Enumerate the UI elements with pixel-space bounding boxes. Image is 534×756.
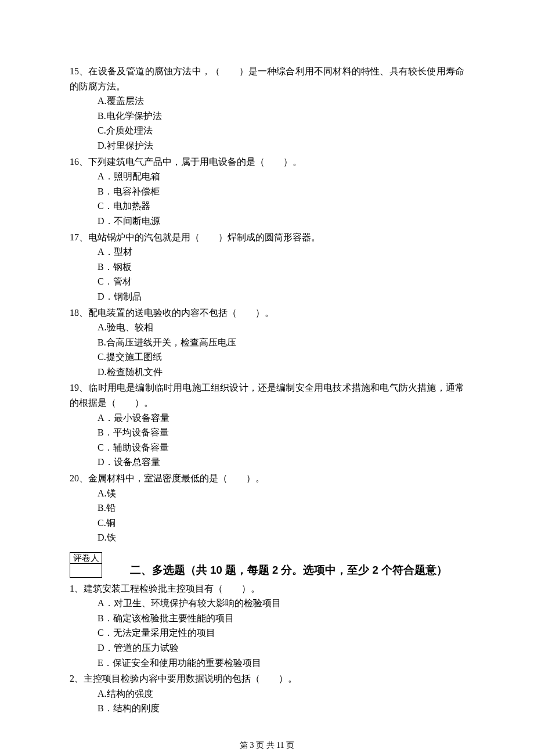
page-footer: 第 3 页 共 11 页 xyxy=(70,739,464,752)
question-16: 16、下列建筑电气产品中，属于用电设备的是（ ）。 A．照明配电箱 B．电容补偿… xyxy=(70,154,464,229)
question-17: 17、电站锅炉中的汽包就是用（ ）焊制成的圆筒形容器。 A．型材 B．钢板 C．… xyxy=(70,230,464,304)
multi-choice-section: 1、建筑安装工程检验批主控项目有（ ）。 A．对卫生、环境保护有较大影响的检验项… xyxy=(70,581,464,716)
single-choice-section: 15、在设备及管道的腐蚀方法中，（ ）是一种综合利用不同材料的特性、具有较长使用… xyxy=(70,64,464,545)
question-number: 18、 xyxy=(70,308,88,318)
question-stem: 在设备及管道的腐蚀方法中，（ ）是一种综合利用不同材料的特性、具有较长使用寿命的… xyxy=(70,66,464,91)
options-list: A.镁 B.铅 C.铜 D.铁 xyxy=(70,486,464,545)
question-text: 20、金属材料中，室温密度最低的是（ ）。 xyxy=(70,471,464,486)
option-d: D.铁 xyxy=(98,530,464,545)
question-15: 15、在设备及管道的腐蚀方法中，（ ）是一种综合利用不同材料的特性、具有较长使用… xyxy=(70,64,464,153)
option-b: B.电化学保护法 xyxy=(98,109,464,124)
options-list: A．对卫生、环境保护有较大影响的检验项目 B．确定该检验批主要性能的项目 C．无… xyxy=(70,596,464,670)
options-list: A．最小设备容量 B．平均设备容量 C．辅助设备容量 D．设备总容量 xyxy=(70,411,464,470)
option-c: C.介质处理法 xyxy=(98,123,464,138)
option-e: E．保证安全和使用功能的重要检验项目 xyxy=(98,656,464,671)
question-number: 15、 xyxy=(70,66,88,76)
question-stem: 电站锅炉中的汽包就是用（ ）焊制成的圆筒形容器。 xyxy=(88,232,320,242)
option-b: B．钢板 xyxy=(98,260,464,275)
option-b: B．结构的刚度 xyxy=(98,701,464,716)
question-text: 1、建筑安装工程检验批主控项目有（ ）。 xyxy=(70,581,464,596)
question-18: 18、配电装置的送电验收的内容不包括（ ）。 A.验电、较相 B.合高压进线开关… xyxy=(70,305,464,380)
option-b: B.合高压进线开关，检查高压电压 xyxy=(98,335,464,350)
question-text: 15、在设备及管道的腐蚀方法中，（ ）是一种综合利用不同材料的特性、具有较长使用… xyxy=(70,64,464,93)
option-d: D．设备总容量 xyxy=(98,455,464,470)
question-19: 19、临时用电是编制临时用电施工组织设计，还是编制安全用电技术措施和电气防火措施… xyxy=(70,380,464,470)
question-number: 2、 xyxy=(70,674,84,683)
option-d: D．管道的压力试验 xyxy=(98,640,464,656)
option-c: C．辅助设备容量 xyxy=(98,440,464,455)
question-number: 1、 xyxy=(70,584,84,593)
option-d: D.检查随机文件 xyxy=(98,365,464,380)
option-a: A.结构的强度 xyxy=(98,686,464,701)
option-b: B．确定该检验批主要性能的项目 xyxy=(98,611,464,626)
option-d: D．不间断电源 xyxy=(98,214,464,229)
question-stem: 配电装置的送电验收的内容不包括（ ）。 xyxy=(88,308,274,318)
options-list: A.覆盖层法 B.电化学保护法 C.介质处理法 D.衬里保护法 xyxy=(70,93,464,153)
question-20: 20、金属材料中，室温密度最低的是（ ）。 A.镁 B.铅 C.铜 D.铁 xyxy=(70,471,464,545)
question-number: 19、 xyxy=(70,383,88,393)
question-stem: 下列建筑电气产品中，属于用电设备的是（ ）。 xyxy=(88,157,302,167)
option-d: D．钢制品 xyxy=(98,289,464,304)
option-a: A．照明配电箱 xyxy=(98,169,464,184)
question-number: 16、 xyxy=(70,157,88,167)
question-number: 20、 xyxy=(70,473,88,483)
options-list: A．照明配电箱 B．电容补偿柜 C．电加热器 D．不间断电源 xyxy=(70,169,464,228)
option-a: A．对卫生、环境保护有较大影响的检验项目 xyxy=(98,596,464,611)
option-b: B．电容补偿柜 xyxy=(98,184,464,199)
option-a: A.覆盖层法 xyxy=(98,93,464,109)
question-stem: 建筑安装工程检验批主控项目有（ ）。 xyxy=(84,584,260,593)
question-stem: 金属材料中，室温密度最低的是（ ）。 xyxy=(88,473,265,483)
options-list: A.验电、较相 B.合高压进线开关，检查高压电压 C.提交施工图纸 D.检查随机… xyxy=(70,320,464,379)
question-number: 17、 xyxy=(70,232,88,242)
question-stem: 主控项目检验内容中要用数据说明的包括（ ）。 xyxy=(84,674,297,683)
grader-label: 评卷人 xyxy=(70,553,102,564)
option-d: D.衬里保护法 xyxy=(98,138,464,153)
question-m1: 1、建筑安装工程检验批主控项目有（ ）。 A．对卫生、环境保护有较大影响的检验项… xyxy=(70,581,464,671)
option-c: C．无法定量采用定性的项目 xyxy=(98,625,464,640)
option-c: C．电加热器 xyxy=(98,199,464,214)
section-2-heading: 二、多选题（共 10 题，每题 2 分。选项中，至少 2 个符合题意） xyxy=(70,550,464,579)
options-list: A.结构的强度 B．结构的刚度 xyxy=(70,686,464,716)
section-header-row: 评卷人 二、多选题（共 10 题，每题 2 分。选项中，至少 2 个符合题意） xyxy=(70,550,464,581)
option-a: A．最小设备容量 xyxy=(98,411,464,426)
option-a: A．型材 xyxy=(98,244,464,260)
option-a: A.镁 xyxy=(98,486,464,501)
options-list: A．型材 B．钢板 C．管材 D．钢制品 xyxy=(70,244,464,304)
question-text: 18、配电装置的送电验收的内容不包括（ ）。 xyxy=(70,305,464,321)
question-m2: 2、主控项目检验内容中要用数据说明的包括（ ）。 A.结构的强度 B．结构的刚度 xyxy=(70,671,464,716)
question-stem: 临时用电是编制临时用电施工组织设计，还是编制安全用电技术措施和电气防火措施，通常… xyxy=(70,383,464,408)
option-b: B.铅 xyxy=(98,501,464,516)
option-c: C.提交施工图纸 xyxy=(98,350,464,365)
grader-box: 评卷人 xyxy=(70,552,102,578)
question-text: 16、下列建筑电气产品中，属于用电设备的是（ ）。 xyxy=(70,154,464,170)
question-text: 17、电站锅炉中的汽包就是用（ ）焊制成的圆筒形容器。 xyxy=(70,230,464,245)
option-a: A.验电、较相 xyxy=(98,320,464,335)
option-b: B．平均设备容量 xyxy=(98,425,464,440)
option-c: C.铜 xyxy=(98,516,464,531)
option-c: C．管材 xyxy=(98,274,464,289)
question-text: 19、临时用电是编制临时用电施工组织设计，还是编制安全用电技术措施和电气防火措施… xyxy=(70,380,464,410)
question-text: 2、主控项目检验内容中要用数据说明的包括（ ）。 xyxy=(70,671,464,686)
